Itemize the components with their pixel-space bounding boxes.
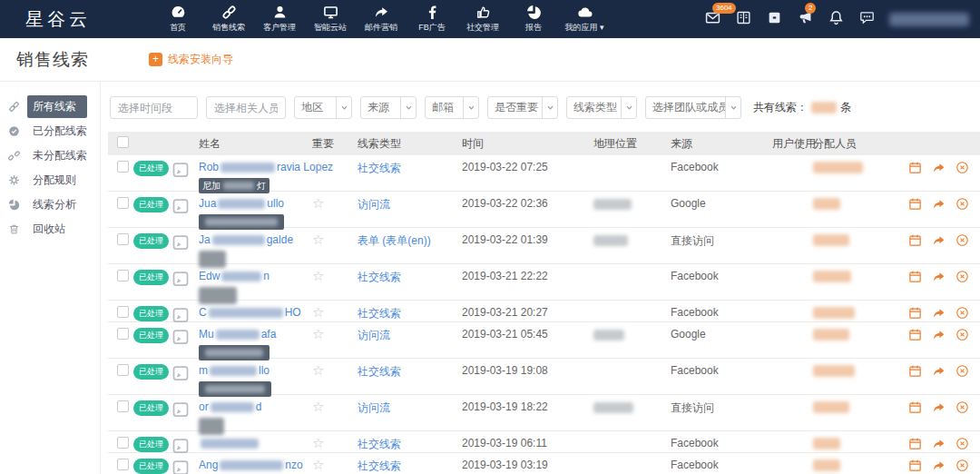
contact-icon[interactable] — [172, 233, 190, 252]
sidebar-item-未分配线索[interactable]: 未分配线索 — [0, 143, 100, 168]
forward-icon[interactable] — [932, 306, 946, 320]
forward-icon[interactable] — [932, 364, 946, 378]
row-checkbox[interactable] — [117, 197, 129, 209]
lead-name-link[interactable]: Angnzo — [199, 459, 303, 471]
forward-icon[interactable] — [932, 437, 946, 450]
forward-icon[interactable] — [932, 233, 946, 247]
calendar-icon[interactable] — [908, 459, 922, 472]
star-toggle[interactable]: ☆ — [312, 304, 324, 320]
row-checkbox[interactable] — [117, 364, 129, 376]
row-checkbox[interactable] — [117, 270, 129, 281]
calendar-icon[interactable] — [908, 328, 922, 341]
delete-icon[interactable] — [956, 364, 969, 378]
row-checkbox[interactable] — [117, 306, 129, 318]
forward-icon[interactable] — [932, 161, 946, 174]
lead-type-link[interactable]: 访问流 — [358, 401, 390, 414]
lead-type-link[interactable]: 社交线索 — [358, 307, 401, 320]
nav-item-我的应用[interactable]: 我的应用 ▾ — [559, 5, 610, 34]
star-toggle[interactable]: ☆ — [312, 195, 324, 211]
lead-name-link[interactable]: ord — [199, 400, 261, 413]
star-toggle[interactable]: ☆ — [312, 232, 324, 247]
lead-type-link[interactable]: 社交线索 — [358, 162, 401, 174]
sidebar-item-回收站[interactable]: 回收站 — [0, 217, 100, 242]
nav-item-销售线索[interactable]: 销售线索 — [203, 5, 254, 34]
nav-item-社交管理[interactable]: 社交管理 — [457, 5, 508, 34]
sidebar-item-线索分析[interactable]: 线索分析 — [0, 193, 100, 217]
lead-type-link[interactable]: 社交线索 — [358, 271, 401, 283]
calendar-icon[interactable] — [908, 233, 922, 247]
calendar-icon[interactable] — [908, 364, 922, 378]
lead-name-link[interactable]: mllo — [199, 364, 270, 377]
sidebar-item-已分配线索[interactable]: 已分配线索 — [0, 119, 100, 143]
lead-name-link[interactable]: Muafa — [199, 328, 276, 341]
contact-icon[interactable] — [172, 306, 190, 324]
forward-icon[interactable] — [932, 328, 946, 341]
nav-item-报告[interactable]: 报告 — [508, 5, 559, 34]
delete-icon[interactable] — [956, 161, 969, 174]
lead-type-link[interactable]: 社交线索 — [358, 438, 401, 450]
ledger-button[interactable] — [736, 10, 751, 29]
forward-icon[interactable] — [932, 400, 946, 414]
notifications-button[interactable] — [828, 10, 844, 29]
contact-icon[interactable] — [172, 437, 190, 455]
calendar-icon[interactable] — [908, 306, 922, 320]
calendar-icon[interactable] — [908, 197, 922, 211]
contact-icon[interactable] — [172, 459, 190, 474]
nav-item-客户管理[interactable]: 客户管理 — [254, 5, 305, 34]
calendar-icon[interactable] — [908, 400, 922, 414]
delete-icon[interactable] — [956, 306, 969, 320]
filter-select-选择团队或成员[interactable]: 选择团队或成员 — [645, 96, 741, 119]
nav-item-智能云站[interactable]: 智能云站 — [305, 5, 356, 34]
announce-button[interactable]: 2 — [798, 10, 813, 29]
lead-name-link[interactable]: Edwn — [199, 270, 270, 282]
row-checkbox[interactable] — [117, 459, 129, 470]
lead-type-link[interactable]: 访问流 — [358, 198, 390, 211]
row-checkbox[interactable] — [117, 328, 129, 340]
star-toggle[interactable]: ☆ — [312, 435, 324, 450]
delete-icon[interactable] — [956, 437, 969, 450]
contact-icon[interactable] — [172, 197, 190, 215]
sidebar-item-所有线索[interactable]: 所有线索 — [0, 94, 100, 119]
delete-icon[interactable] — [956, 197, 969, 211]
messages-button[interactable] — [859, 10, 875, 29]
row-checkbox[interactable] — [117, 161, 129, 173]
delete-icon[interactable] — [956, 459, 969, 472]
lead-type-link[interactable]: 访问流 — [358, 329, 390, 341]
star-toggle[interactable]: ☆ — [312, 326, 324, 341]
delete-icon[interactable] — [956, 270, 969, 283]
nav-item-邮件营销[interactable]: 邮件营销 — [356, 5, 407, 34]
contact-icon[interactable] — [172, 400, 190, 419]
related-person-input[interactable] — [206, 96, 286, 119]
forward-icon[interactable] — [932, 197, 946, 211]
select-all-checkbox[interactable] — [117, 136, 129, 148]
filter-select-线索类型[interactable]: 线索类型 — [566, 96, 637, 119]
calendar-icon[interactable] — [908, 270, 922, 283]
lead-type-link[interactable]: 社交线索 — [358, 365, 401, 378]
calendar-icon[interactable] — [908, 161, 922, 174]
sidebar-item-分配规则[interactable]: 分配规则 — [0, 168, 100, 193]
star-toggle[interactable]: ☆ — [312, 399, 324, 414]
filter-select-邮箱[interactable]: 邮箱 — [425, 96, 479, 119]
lead-name-link[interactable] — [199, 437, 260, 449]
apps-button[interactable] — [767, 10, 782, 29]
lead-type-link[interactable]: 表单 (表单(en)) — [358, 234, 431, 247]
lead-name-link[interactable]: Jagalde — [199, 233, 293, 246]
forward-icon[interactable] — [932, 270, 946, 283]
star-toggle[interactable]: ☆ — [312, 362, 324, 378]
star-toggle[interactable]: ☆ — [312, 159, 324, 174]
filter-select-来源[interactable]: 来源 — [360, 96, 416, 119]
nav-item-FB广告[interactable]: FB广告 — [407, 5, 457, 34]
row-checkbox[interactable] — [117, 400, 129, 412]
lead-name-link[interactable]: CHO — [199, 306, 301, 319]
row-checkbox[interactable] — [117, 437, 129, 449]
star-toggle[interactable]: ☆ — [312, 268, 324, 283]
delete-icon[interactable] — [956, 328, 969, 341]
delete-icon[interactable] — [956, 400, 969, 414]
delete-icon[interactable] — [956, 233, 969, 247]
user-menu-redacted[interactable] — [889, 13, 969, 26]
forward-icon[interactable] — [932, 459, 946, 472]
filter-select-是否重要[interactable]: 是否重要 — [487, 96, 558, 119]
mail-button[interactable]: 3604 — [705, 10, 720, 29]
contact-icon[interactable] — [172, 270, 190, 288]
contact-icon[interactable] — [172, 364, 190, 382]
